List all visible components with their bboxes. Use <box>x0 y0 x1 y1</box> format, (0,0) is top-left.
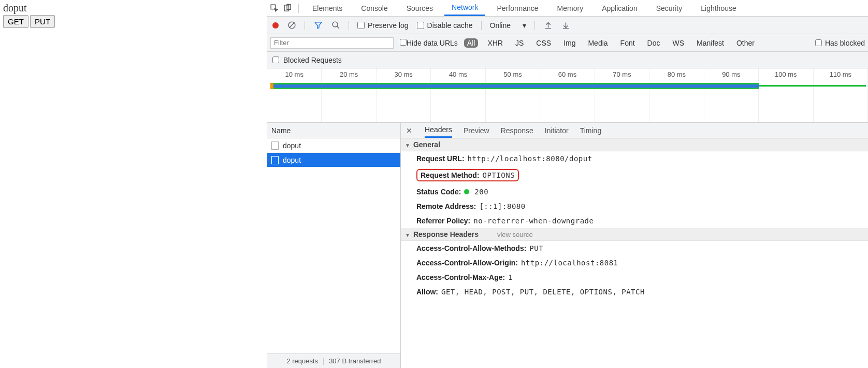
filter-img[interactable]: Img <box>560 38 578 48</box>
svg-point-5 <box>332 22 338 27</box>
request-name: doput <box>283 141 301 150</box>
svg-line-6 <box>337 26 339 29</box>
device-toggle-icon[interactable] <box>283 4 292 13</box>
request-method-highlight: Request Method:OPTIONS <box>416 169 519 181</box>
record-icon[interactable] <box>272 22 279 29</box>
filter-all[interactable]: All <box>464 38 479 48</box>
acma-key: Access-Control-Max-Age: <box>416 273 505 281</box>
chevron-down-icon <box>405 140 410 149</box>
filter-js[interactable]: JS <box>512 38 527 48</box>
preserve-log-label: Preserve log <box>368 21 409 30</box>
hide-urls-toggle[interactable]: Hide data URLs <box>400 39 458 47</box>
filter-css[interactable]: CSS <box>533 38 554 48</box>
filter-doc[interactable]: Doc <box>644 38 663 48</box>
filter-media[interactable]: Media <box>585 38 611 48</box>
tab-security[interactable]: Security <box>649 1 690 16</box>
tab-network[interactable]: Network <box>444 0 485 16</box>
subtab-headers[interactable]: Headers <box>425 123 452 138</box>
subtab-initiator[interactable]: Initiator <box>545 124 569 137</box>
request-method-value: OPTIONS <box>483 171 515 179</box>
acao-value: http://localhost:8081 <box>521 259 618 267</box>
filter-input[interactable] <box>270 37 394 49</box>
has-blocked-toggle[interactable]: Has blocked <box>815 39 865 47</box>
network-toolbar: Preserve log Disable cache Online ▾ <box>267 17 868 34</box>
search-icon[interactable] <box>331 21 340 30</box>
acma-value: 1 <box>508 273 513 281</box>
filter-icon[interactable] <box>313 21 323 30</box>
page-title: doput <box>3 2 264 14</box>
request-count: 2 requests <box>286 357 318 365</box>
allow-key: Allow: <box>416 288 438 296</box>
tab-memory[interactable]: Memory <box>550 1 591 16</box>
separator <box>481 21 482 30</box>
tab-performance[interactable]: Performance <box>489 1 545 16</box>
timeline-tick: 110 ms <box>814 68 868 82</box>
timeline-tick: 80 ms <box>649 68 704 82</box>
devtools-panel: Elements Console Sources Network Perform… <box>267 0 868 368</box>
request-row[interactable]: doput <box>267 153 400 167</box>
timeline-tick: 100 ms <box>759 68 813 82</box>
separator <box>534 21 535 30</box>
timeline-tick: 20 ms <box>322 68 376 82</box>
filter-xhr[interactable]: XHR <box>484 38 506 48</box>
request-row[interactable]: doput <box>267 138 400 153</box>
request-list-header[interactable]: Name <box>267 123 400 138</box>
throttle-select[interactable]: Online ▾ <box>490 21 527 30</box>
subtab-response[interactable]: Response <box>501 124 533 137</box>
tab-application[interactable]: Application <box>595 1 645 16</box>
request-url-key: Request URL: <box>416 154 465 163</box>
view-source-link[interactable]: view source <box>497 231 533 238</box>
timeline-tick: 70 ms <box>595 68 649 82</box>
disable-cache-toggle[interactable]: Disable cache <box>417 21 473 30</box>
remote-address-key: Remote Address: <box>416 202 476 210</box>
separator <box>305 21 305 30</box>
get-button[interactable]: GET <box>3 15 28 28</box>
acam-value: PUT <box>529 244 543 252</box>
upload-icon[interactable] <box>543 21 553 30</box>
svg-line-4 <box>289 23 294 28</box>
devtools-tabs: Elements Console Sources Network Perform… <box>267 0 868 17</box>
request-name: doput <box>283 156 301 164</box>
blocked-requests-toggle[interactable]: Blocked Requests <box>267 52 868 68</box>
request-method-key: Request Method: <box>421 171 480 179</box>
subtab-timing[interactable]: Timing <box>580 124 602 137</box>
put-button[interactable]: PUT <box>30 15 55 28</box>
network-statusbar: 2 requests 307 B transferred <box>267 353 400 368</box>
request-detail-panel: ✕ Headers Preview Response Initiator Tim… <box>401 123 868 368</box>
request-subtabs: ✕ Headers Preview Response Initiator Tim… <box>401 123 868 138</box>
status-code-value: 200 <box>474 188 488 196</box>
filter-other[interactable]: Other <box>733 38 758 48</box>
timeline-tick: 90 ms <box>704 68 759 82</box>
tab-elements[interactable]: Elements <box>305 1 350 16</box>
preserve-log-toggle[interactable]: Preserve log <box>357 21 409 30</box>
filter-manifest[interactable]: Manifest <box>693 38 727 48</box>
download-icon[interactable] <box>561 21 570 30</box>
hide-urls-label: Hide data URLs <box>407 39 458 47</box>
section-response-headers[interactable]: Response Headersview source <box>401 228 868 241</box>
subtab-preview[interactable]: Preview <box>464 124 489 137</box>
section-general-label: General <box>413 140 440 149</box>
filter-ws[interactable]: WS <box>670 38 688 48</box>
tab-console[interactable]: Console <box>354 1 395 16</box>
section-response-label: Response Headers <box>413 230 479 238</box>
network-filterbar: Hide data URLs All XHR JS CSS Img Media … <box>267 34 868 52</box>
status-ok-icon <box>464 189 469 194</box>
referrer-policy-key: Referrer Policy: <box>416 217 470 225</box>
referrer-policy-value: no-referrer-when-downgrade <box>473 217 594 225</box>
blocked-requests-label: Blocked Requests <box>283 56 342 64</box>
acao-key: Access-Control-Allow-Origin: <box>416 259 518 267</box>
network-timeline[interactable]: 10 ms20 ms30 ms40 ms50 ms60 ms70 ms80 ms… <box>267 68 868 123</box>
clear-icon[interactable] <box>287 21 296 30</box>
timeline-tick: 10 ms <box>267 68 322 82</box>
section-general[interactable]: General <box>401 138 868 151</box>
filter-font[interactable]: Font <box>617 38 638 48</box>
tab-sources[interactable]: Sources <box>399 1 440 16</box>
separator <box>298 4 299 13</box>
tab-lighthouse[interactable]: Lighthouse <box>693 1 744 16</box>
allow-value: GET, HEAD, POST, PUT, DELETE, OPTIONS, P… <box>441 288 645 296</box>
status-code-key: Status Code: <box>416 188 461 196</box>
close-icon[interactable]: ✕ <box>405 126 413 135</box>
inspect-icon[interactable] <box>269 4 279 13</box>
timeline-tick: 40 ms <box>431 68 485 82</box>
disable-cache-label: Disable cache <box>427 21 473 30</box>
